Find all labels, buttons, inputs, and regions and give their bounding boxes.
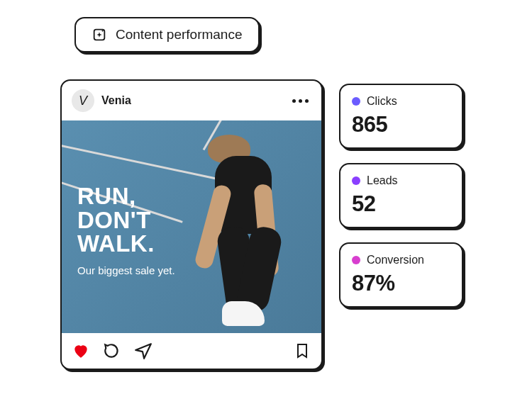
share-icon[interactable] xyxy=(134,342,153,360)
metric-clicks: Clicks 865 xyxy=(339,84,463,149)
metric-dot-icon xyxy=(352,256,360,264)
post-header: V Venia xyxy=(62,81,321,120)
metric-label: Leads xyxy=(367,174,398,187)
post-username[interactable]: Venia xyxy=(101,94,285,107)
post-headline: RUN, DON'T WALK. xyxy=(77,184,175,256)
metric-value: 52 xyxy=(352,191,450,217)
more-icon[interactable] xyxy=(292,99,311,103)
metric-value: 865 xyxy=(352,112,450,137)
metric-leads: Leads 52 xyxy=(339,163,463,228)
avatar[interactable]: V xyxy=(72,89,94,112)
social-post-card: V Venia RUN, DON'T WALK. Our biggest sa xyxy=(60,79,323,370)
metric-dot-icon xyxy=(352,176,360,185)
post-image: RUN, DON'T WALK. Our biggest sale yet. xyxy=(62,120,321,333)
heart-icon[interactable] xyxy=(72,342,90,360)
comment-icon[interactable] xyxy=(103,342,121,360)
metric-label: Clicks xyxy=(367,95,397,108)
metric-dot-icon xyxy=(352,97,360,106)
content-performance-label: Content performance xyxy=(116,27,243,43)
metric-conversion: Conversion 87% xyxy=(339,242,463,308)
sparkle-icon xyxy=(92,27,107,43)
post-actions xyxy=(62,333,321,369)
athlete-figure xyxy=(165,135,307,333)
bookmark-icon[interactable] xyxy=(293,342,311,360)
post-subhead: Our biggest sale yet. xyxy=(77,264,175,276)
post-copy: RUN, DON'T WALK. Our biggest sale yet. xyxy=(77,184,175,276)
metric-value: 87% xyxy=(352,271,450,296)
metric-label: Conversion xyxy=(367,254,424,266)
content-performance-pill: Content performance xyxy=(74,17,260,52)
avatar-letter: V xyxy=(79,94,87,108)
